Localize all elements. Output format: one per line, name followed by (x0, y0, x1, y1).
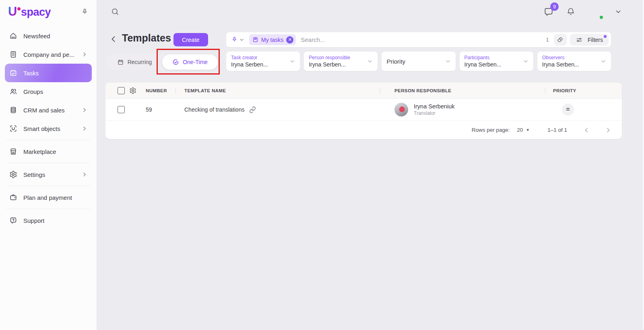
pin-icon (231, 36, 238, 43)
table-settings-gear-icon[interactable] (125, 87, 141, 94)
sliders-icon (576, 36, 583, 44)
filters-button[interactable]: Filters (570, 34, 609, 46)
messages-badge: 9 (550, 2, 559, 11)
search-icon[interactable] (111, 7, 120, 16)
chevron-right-icon (82, 52, 87, 57)
prev-page-chevron-icon[interactable] (583, 127, 590, 133)
column-header-person-responsible[interactable]: PERSON RESPONSIBLE (380, 88, 545, 93)
search-filter-bar[interactable]: My tasks ✕ Search... 1 Filters (226, 32, 611, 47)
sidebar-item-company[interactable]: Company and pe... (5, 45, 92, 64)
filter-label: Task creator (231, 55, 268, 60)
database-icon (9, 106, 17, 114)
storefront-icon (9, 147, 17, 156)
my-tasks-filter-chip[interactable]: My tasks ✕ (249, 34, 296, 45)
sidebar-item-label: Groups (23, 88, 43, 95)
templates-table: NUMBER TEMPLATE NAME PERSON RESPONSIBLE … (105, 83, 622, 139)
pagination-nav (583, 127, 611, 133)
sidebar-item-settings[interactable]: Settings (5, 165, 92, 184)
filter-dropdown-row: Task creator Iryna Serben... Person resp… (226, 52, 611, 71)
sidebar-item-newsfeed[interactable]: Newsfeed (5, 27, 92, 45)
column-header-priority[interactable]: PRIORITY (545, 88, 622, 93)
topbar: 9 (97, 0, 644, 23)
searchbar-right: 1 Filters (546, 34, 609, 46)
main-area: 9 Templates Create (97, 0, 644, 330)
page-range: 1–1 of 1 (547, 127, 567, 133)
rows-per-page-select[interactable]: 20 ▼ (517, 127, 530, 133)
column-header-number[interactable]: NUMBER (141, 88, 175, 93)
sidebar-item-label: Smart objects (23, 125, 60, 132)
create-button[interactable]: Create (173, 33, 208, 46)
select-all-checkbox[interactable] (118, 87, 125, 94)
scrollbar-track[interactable] (642, 0, 644, 330)
calendar-check-icon (9, 69, 17, 77)
home-icon (9, 32, 17, 40)
filter-priority[interactable]: Priority (382, 52, 455, 71)
row-checkbox[interactable] (118, 106, 125, 113)
search-input[interactable]: Search... (301, 36, 325, 43)
notifications-bell-icon[interactable] (566, 7, 576, 17)
filter-observers[interactable]: Observers Iryna Serben... (537, 52, 611, 71)
filter-label: Priority (386, 58, 405, 65)
table-row[interactable]: 59 Checking of translations Iryna Serben… (105, 99, 622, 121)
groups-icon (9, 87, 17, 95)
content: Templates Create My tasks ✕ Search... 1 (97, 23, 644, 330)
clear-filters-button[interactable] (554, 34, 567, 46)
column-header-template-name[interactable]: TEMPLATE NAME (175, 88, 380, 93)
caret-down-icon: ▼ (526, 128, 530, 132)
priority-medium-icon[interactable]: = (562, 104, 574, 116)
person-role: Translator (414, 110, 455, 116)
filter-label: Participants (464, 55, 502, 60)
calendar-icon (117, 59, 124, 66)
chevron-right-icon (82, 126, 87, 131)
sidebar-header: U spacy (0, 0, 97, 23)
sidebar-item-label: Company and pe... (23, 51, 74, 58)
chevron-down-icon (239, 37, 244, 42)
sidebar-item-support[interactable]: Support (5, 211, 92, 230)
chevron-down-icon (601, 58, 606, 64)
tab-recurring[interactable]: Recurring (107, 54, 162, 70)
sidebar-pin-icon[interactable] (81, 8, 89, 16)
filter-label: Person responsible (309, 55, 350, 60)
filters-button-label: Filters (588, 37, 603, 43)
sidebar-item-label: Plan and payment (23, 194, 72, 201)
sidebar-item-tasks[interactable]: Tasks (5, 64, 92, 82)
back-chevron-icon[interactable] (109, 35, 118, 44)
template-name-link[interactable]: Checking of translations (184, 106, 244, 113)
person-avatar (394, 103, 408, 116)
filter-person-responsible[interactable]: Person responsible Iryna Serben... (304, 52, 378, 71)
pinned-filters-dropdown[interactable] (231, 36, 244, 43)
uspacy-logo: U spacy (8, 4, 51, 19)
chevron-right-icon (82, 172, 87, 177)
user-avatar[interactable] (588, 4, 603, 19)
sidebar-item-smart-objects[interactable]: Smart objects (5, 119, 92, 138)
sidebar-nav: Newsfeed Company and pe... Tasks Groups … (0, 23, 97, 230)
logo-letter-u: U (8, 4, 17, 19)
copy-link-icon[interactable] (249, 106, 256, 113)
sidebar-divider (7, 186, 90, 186)
help-bubble-icon (9, 216, 17, 224)
filter-value: Iryna Serben... (542, 61, 579, 68)
messages-icon[interactable]: 9 (543, 6, 554, 17)
profile-chevron-down-icon[interactable] (615, 8, 621, 15)
sidebar-item-marketplace[interactable]: Marketplace (5, 142, 92, 161)
filter-task-creator[interactable]: Task creator Iryna Serben... (226, 52, 300, 71)
chevron-down-icon (445, 58, 451, 64)
wallet-icon (9, 193, 17, 201)
person-name: Iryna Serbeniuk (414, 103, 455, 110)
template-type-tabs: Recurring One-Time (107, 54, 218, 70)
table-pagination: Rows per page: 20 ▼ 1–1 of 1 (105, 121, 622, 139)
sidebar-item-groups[interactable]: Groups (5, 82, 92, 101)
sidebar-item-label: Support (23, 217, 45, 224)
table-header: NUMBER TEMPLATE NAME PERSON RESPONSIBLE … (105, 83, 622, 99)
chip-close-icon[interactable]: ✕ (286, 36, 293, 44)
tab-one-time[interactable]: One-Time (162, 54, 218, 70)
filter-participants[interactable]: Participants Iryna Serben... (460, 52, 533, 71)
online-status-dot (599, 15, 604, 20)
sidebar-item-plan-payment[interactable]: Plan and payment (5, 188, 92, 207)
row-number: 59 (141, 106, 175, 113)
sidebar-item-crm[interactable]: CRM and sales (5, 101, 92, 119)
sidebar-item-label: Settings (23, 171, 45, 178)
next-page-chevron-icon[interactable] (605, 127, 611, 133)
sidebar-divider (7, 163, 90, 163)
check-circle-icon (172, 59, 179, 66)
